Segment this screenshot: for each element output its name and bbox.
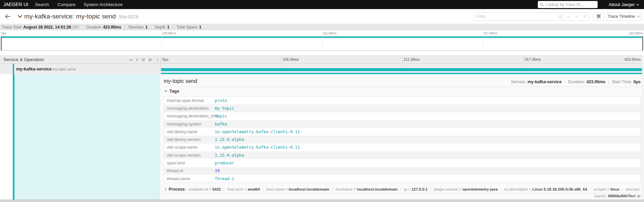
about-jaeger-menu[interactable]: About Jaeger (609, 0, 639, 9)
process-key: jaeger.version (434, 187, 458, 191)
tag-key: otel.scope.version (164, 153, 215, 158)
minimap-tick-label: 0μs (1, 31, 6, 35)
tag-key: messaging.system (164, 122, 215, 127)
equals-sign: = (458, 187, 462, 191)
tag-key: messaging.destination (164, 106, 215, 111)
collapse-trace-chevron-icon[interactable] (17, 15, 23, 18)
ruler-tick-label: 211.98ms (404, 56, 420, 63)
minimap-right-scrubber[interactable] (642, 37, 643, 50)
find-input[interactable] (474, 14, 556, 19)
timeline-minimap[interactable] (1, 36, 643, 51)
meta-service-label: Service: (511, 80, 526, 84)
tag-key: otel.library.version (164, 137, 215, 142)
nav-item-system-architecture[interactable]: System Architecture (84, 0, 123, 9)
equals-sign: = (243, 187, 248, 191)
app-logo[interactable]: JAEGER UI (3, 0, 28, 9)
divider (82, 25, 83, 29)
tag-key: otel.scope.name (164, 145, 215, 150)
trace-lookup-box[interactable] (538, 1, 598, 8)
trace-summary-bar: Trace Start August 28 2022, 14:01:26 .28… (0, 24, 644, 30)
tags-accordion-toggle[interactable]: Tags (164, 89, 179, 94)
tag-key: otel.library.name (164, 130, 215, 134)
services-label: Services (128, 25, 144, 30)
trace-view-selector[interactable]: Trace Timeline (606, 12, 642, 21)
process-key: os.description (504, 187, 528, 191)
tag-value: 1.15.0-alpha (215, 153, 244, 158)
prev-match-icon[interactable] (564, 12, 572, 20)
total-spans-label: Total Spans (176, 25, 198, 30)
tag-value: 1.15.0-alpha (215, 137, 244, 142)
tag-key: thread.id (164, 168, 215, 173)
divider (332, 187, 333, 191)
tag-row: thread.nameThread-1 (164, 175, 640, 183)
nav-item-compare[interactable]: Compare (57, 0, 75, 9)
total-spans-value: 1 (199, 25, 202, 30)
process-key: hostname (336, 187, 353, 191)
process-row[interactable]: Process: container.id = 5422host.arch = … (164, 185, 641, 193)
tag-row: otel.scope.nameio.opentelemetry.kafka-cl… (164, 144, 640, 151)
expand-all-icon[interactable] (141, 58, 146, 62)
chevron-down-icon (637, 15, 640, 17)
tag-key: span.kind (164, 161, 215, 165)
meta-service-value: my-kafka-service (527, 80, 561, 84)
process-items: container.id = 5422host.arch = amd64host… (188, 187, 641, 191)
column-resizer[interactable] (157, 58, 159, 61)
tag-row: thread.id19 (164, 167, 640, 175)
equals-sign: = (407, 187, 411, 191)
tags-label: Tags (169, 89, 179, 94)
copy-link-icon[interactable] (637, 195, 641, 198)
span-duration-bar[interactable] (161, 68, 642, 71)
span-id-label: SpanID: (594, 194, 606, 198)
column-divider (160, 56, 161, 63)
service-operation-header: Service & Operation (3, 56, 44, 63)
collapse-one-level-icon[interactable] (135, 58, 139, 62)
divider (608, 80, 609, 84)
top-nav: JAEGER UI Search Compare System Architec… (0, 0, 644, 9)
minimap-tick-label: 317.96ms (483, 31, 497, 35)
focus-match-icon[interactable] (556, 12, 564, 20)
tag-row: messaging.destinationmy-topic (164, 104, 640, 112)
minimap-tick-label: 105.99ms (162, 31, 176, 35)
tag-key: thread.name (164, 176, 215, 181)
search-icon (540, 3, 544, 7)
divider (13, 9, 13, 24)
divider (263, 187, 263, 191)
span-detail-meta: Service: my-kafka-service Duration: 423.… (511, 80, 641, 84)
divider (173, 25, 173, 29)
divider (501, 187, 501, 191)
tag-value: 19 (215, 168, 219, 173)
back-button[interactable] (3, 12, 12, 21)
process-value: opentelemetry-java (462, 187, 498, 191)
vertical-scrollbar[interactable] (642, 55, 644, 202)
keyboard-shortcuts-button[interactable]: ⌘ (593, 12, 604, 21)
column-divider (160, 64, 161, 74)
ruler-gridline (281, 56, 282, 63)
clear-find-icon[interactable] (580, 12, 589, 20)
minimap-left-scrubber[interactable] (1, 37, 2, 50)
meta-start-time-label: Start Time: (612, 80, 632, 84)
process-value: amd64 (248, 187, 260, 191)
expand-one-level-icon[interactable] (129, 58, 133, 62)
minimap-gridline (483, 37, 483, 50)
divider (401, 187, 401, 191)
tag-row: messaging.systemkafka (164, 120, 640, 128)
trace-lookup-input[interactable] (546, 2, 593, 7)
minimap-tick-label: 211.98ms (323, 31, 336, 35)
nav-item-search[interactable]: Search (35, 0, 49, 9)
meta-start-time-value: 0μs (633, 80, 641, 84)
span-detail-title: my-topic send (164, 78, 197, 84)
chevron-down-icon (636, 4, 639, 6)
tag-value: io.opentelemetry.kafka-clients-0.11 (215, 130, 300, 134)
divider (224, 187, 224, 191)
ruler-tick-label: 317.96ms (525, 56, 541, 63)
divider (151, 25, 151, 29)
tag-value: my-topic (215, 106, 234, 111)
horizontal-scrollbar[interactable] (0, 200, 644, 202)
collapse-all-icon[interactable] (148, 58, 152, 62)
equals-sign: = (284, 187, 289, 191)
span-detail-card: my-topic send Service: my-kafka-service … (164, 74, 641, 200)
next-match-icon[interactable] (572, 12, 580, 20)
equals-sign: = (208, 187, 212, 191)
chevron-right-icon (164, 188, 167, 191)
minimap-span-bar (1, 37, 643, 38)
